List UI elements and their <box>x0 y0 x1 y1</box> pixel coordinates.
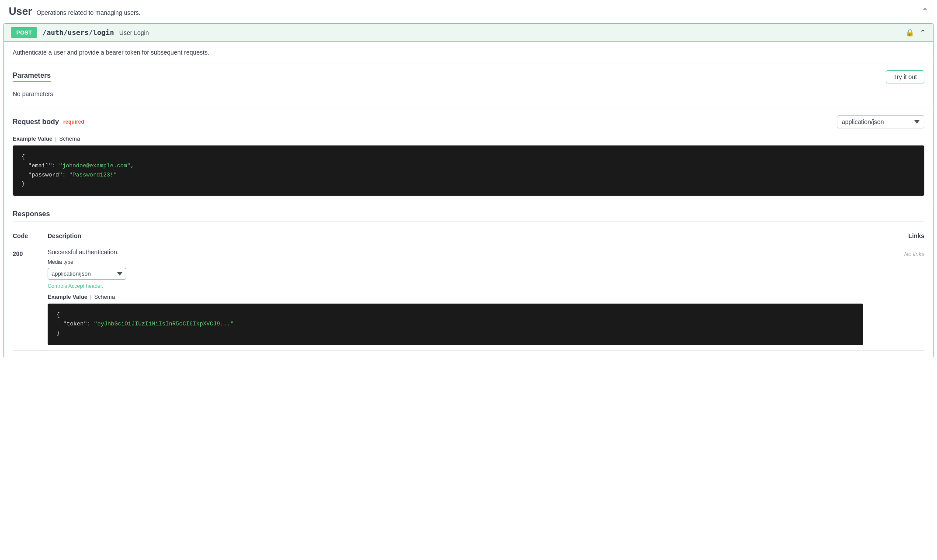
parameters-title: Parameters <box>13 72 51 82</box>
response-row-200: 200 Successful authentication. Media typ… <box>13 243 924 350</box>
no-parameters-text: No parameters <box>13 87 924 101</box>
response-code-200: 200 <box>13 249 48 257</box>
response-desc-col: Successful authentication. Media type ap… <box>48 249 872 345</box>
responses-title: Responses <box>13 210 924 222</box>
parameters-header: Parameters Try it out <box>13 70 924 83</box>
endpoint-header: POST /auth/users/login User Login 🔒 ⌃ <box>4 24 933 42</box>
response-schema-tab[interactable]: Schema <box>94 294 115 300</box>
collapse-endpoint-icon[interactable]: ⌃ <box>920 28 926 38</box>
method-badge: POST <box>11 27 37 38</box>
section-title-group: User Operations related to managing user… <box>9 5 141 17</box>
response-tab-divider: | <box>90 294 91 300</box>
media-type-select[interactable]: application/json <box>48 268 126 280</box>
example-value-tab[interactable]: Example Value <box>13 135 52 142</box>
section-header: User Operations related to managing user… <box>0 0 937 23</box>
endpoint-path: /auth/users/login <box>42 28 114 37</box>
response-links-col: No links <box>872 249 924 257</box>
schema-tab[interactable]: Schema <box>59 135 80 142</box>
tab-divider: | <box>55 135 56 142</box>
code-line-1: { <box>21 152 916 162</box>
request-body-title-group: Request body required <box>13 118 84 126</box>
lock-icon: 🔒 <box>906 28 914 37</box>
responses-section: Responses Code Description Links 200 Suc… <box>4 203 933 357</box>
response-200-description: Successful authentication. <box>48 249 863 256</box>
response-example-schema-tabs: Example Value | Schema <box>48 294 863 300</box>
code-line-4: } <box>21 180 916 189</box>
code-line-2: "email": "johndoe@example.com", <box>21 162 916 171</box>
resp-code-line-2: "token": "eyJhbGciOiJIUzI1NiIsInR5cCI6Ik… <box>56 320 854 329</box>
resp-code-line-3: } <box>56 329 854 338</box>
page-wrapper: User Operations related to managing user… <box>0 0 937 358</box>
col-header-links: Links <box>872 232 924 239</box>
try-it-out-button[interactable]: Try it out <box>886 70 924 83</box>
endpoint-description: Authenticate a user and provide a bearer… <box>4 42 933 63</box>
col-header-code: Code <box>13 232 48 239</box>
example-schema-tabs: Example Value | Schema <box>13 135 924 142</box>
collapse-section-icon[interactable]: ⌃ <box>922 7 928 16</box>
response-code-block: { "token": "eyJhbGciOiJIUzI1NiIsInR5cCI6… <box>48 304 863 345</box>
response-example-value-tab[interactable]: Example Value <box>48 294 87 300</box>
resp-code-line-1: { <box>56 311 854 320</box>
no-links-text: No links <box>904 251 924 257</box>
endpoint-summary: User Login <box>119 29 149 36</box>
endpoint-header-left: POST /auth/users/login User Login <box>11 27 149 38</box>
request-body-header: Request body required application/json <box>13 115 924 128</box>
endpoint-content: Authenticate a user and provide a bearer… <box>4 42 933 358</box>
request-body-title: Request body <box>13 118 59 126</box>
endpoint-header-right: 🔒 ⌃ <box>906 28 926 38</box>
code-line-3: "password": "Password123!" <box>21 171 916 180</box>
parameters-section: Parameters Try it out No parameters <box>4 63 933 108</box>
section-description: Operations related to managing users. <box>36 9 140 16</box>
request-code-block: { "email": "johndoe@example.com", "passw… <box>13 145 924 196</box>
responses-table-header: Code Description Links <box>13 229 924 243</box>
section-title: User <box>9 5 32 17</box>
request-body-section: Request body required application/json E… <box>4 108 933 203</box>
content-type-select[interactable]: application/json <box>837 115 924 128</box>
endpoint-block: POST /auth/users/login User Login 🔒 ⌃ Au… <box>3 23 934 358</box>
controls-accept-text: Controls Accept header. <box>48 283 863 289</box>
media-type-label: Media type <box>48 259 863 265</box>
required-badge: required <box>63 119 84 125</box>
col-header-description: Description <box>48 232 872 239</box>
